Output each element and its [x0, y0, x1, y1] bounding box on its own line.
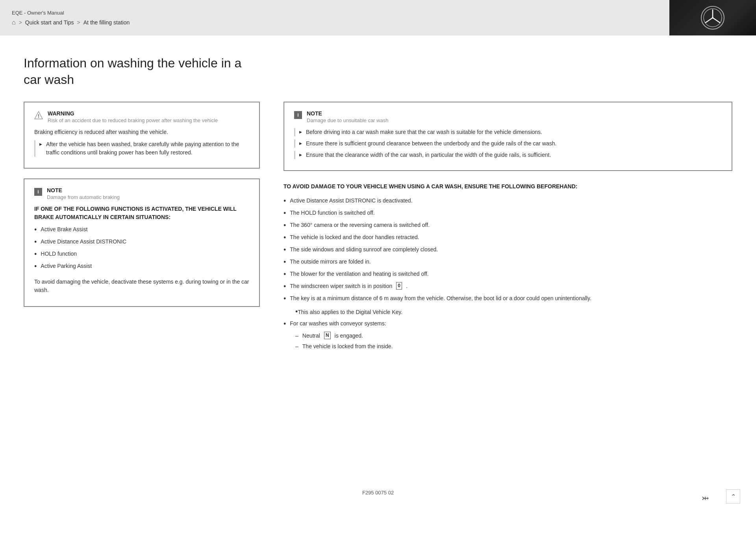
list-item: The blower for the ventilation and heati… — [284, 270, 732, 280]
note-header: i NOTE Damage from automatic braking — [34, 187, 249, 200]
keyboard-symbol: N — [324, 332, 331, 339]
svg-line-2 — [705, 18, 713, 23]
warning-triangle-icon: ! — [34, 111, 43, 120]
page-header: EQE - Owner's Manual ⌂ > Quick start and… — [0, 0, 756, 35]
note-function-list: Active Brake AssistActive Distance Assis… — [34, 225, 249, 272]
note-right-list: Before driving into a car wash make sure… — [294, 128, 722, 159]
page-title: Information on washing the vehicle in a … — [24, 55, 260, 88]
note-box-left: i NOTE Damage from automatic braking IF … — [24, 178, 260, 307]
warning-bullets: After the vehicle has been washed, brake… — [34, 140, 249, 157]
list-item: Ensure that the clearance width of the c… — [294, 151, 722, 159]
avoid-section: TO AVOID DAMAGE TO YOUR VEHICLE WHEN USI… — [284, 183, 732, 351]
breadcrumb: ⌂ > Quick start and Tips > At the fillin… — [12, 19, 658, 26]
breadcrumb-sep-1: > — [19, 19, 22, 26]
note-icon: i — [34, 188, 42, 196]
note-header-text: NOTE Damage from automatic braking — [47, 187, 120, 200]
bookmark-icon[interactable]: ⤔ — [702, 493, 709, 503]
list-item: The HOLD function is switched off. — [284, 209, 732, 219]
note-subtitle: Damage from automatic braking — [47, 194, 120, 200]
list-item: Neutral N is engaged. — [284, 332, 732, 340]
breadcrumb-item-1[interactable]: Quick start and Tips — [25, 19, 74, 26]
note-right-icon: i — [294, 111, 302, 119]
list-item: For car washes with conveyor systems: — [284, 320, 732, 329]
list-item: Active Parking Assist — [34, 262, 249, 272]
page-footer: F295 0075 02 ⤔ — [24, 466, 732, 511]
svg-line-3 — [713, 18, 720, 23]
list-item: The 360° camera or the reversing camera … — [284, 221, 732, 231]
warning-box: ! WARNING Risk of an accident due to red… — [24, 102, 260, 169]
warning-header: ! WARNING Risk of an accident due to red… — [34, 110, 249, 123]
left-column: ! WARNING Risk of an accident due to red… — [24, 102, 260, 466]
note-right-subtitle: Damage due to unsuitable car wash — [307, 117, 388, 123]
note-right-header-text: NOTE Damage due to unsuitable car wash — [307, 110, 388, 123]
avoid-heading: TO AVOID DAMAGE TO YOUR VEHICLE WHEN USI… — [284, 183, 732, 191]
breadcrumb-item-2[interactable]: At the filling station — [83, 19, 130, 26]
list-item: Active Distance Assist DISTRONIC — [34, 238, 249, 247]
list-item: The vehicle is locked and the door handl… — [284, 233, 732, 243]
warning-body: Braking efficiency is reduced after wash… — [34, 128, 249, 136]
list-item: The vehicle is locked from the inside. — [284, 342, 732, 351]
list-item: Ensure there is sufficient ground cleara… — [294, 139, 722, 148]
document-title: EQE - Owner's Manual — [12, 10, 658, 16]
scroll-up-button[interactable]: ⌃ — [726, 489, 740, 503]
list-item: HOLD function — [34, 250, 249, 260]
keyboard-symbol: 0 — [396, 282, 402, 290]
logo-area — [669, 0, 756, 35]
list-item: This also applies to the Digital Vehicle… — [284, 307, 732, 317]
list-item: The windscreen wiper switch is in positi… — [284, 282, 732, 292]
list-item: The outside mirrors are folded in. — [284, 258, 732, 268]
list-item: The side windows and sliding sunroof are… — [284, 245, 732, 255]
list-item: Active Brake Assist — [34, 225, 249, 235]
note-bold-text: IF ONE OF THE FOLLOWING FUNCTIONS IS ACT… — [34, 205, 249, 221]
breadcrumb-sep-2: > — [77, 19, 80, 26]
note-box-right: i NOTE Damage due to unsuitable car wash… — [284, 102, 732, 171]
header-content: EQE - Owner's Manual ⌂ > Quick start and… — [0, 0, 669, 35]
svg-text:!: ! — [38, 113, 39, 119]
list-item: The key is at a minimum distance of 6 m … — [284, 294, 732, 304]
mercedes-logo — [701, 6, 724, 30]
note-title: NOTE — [47, 187, 120, 193]
list-item: After the vehicle has been washed, brake… — [34, 140, 249, 157]
two-column-layout: ! WARNING Risk of an accident due to red… — [24, 102, 732, 466]
main-content: Information on washing the vehicle in a … — [0, 35, 756, 535]
list-item: Active Distance Assist DISTRONIC is deac… — [284, 197, 732, 206]
footer-code: F295 0075 02 — [362, 490, 394, 503]
svg-point-4 — [712, 17, 713, 19]
warning-subtitle: Risk of an accident due to reduced braki… — [48, 117, 218, 123]
home-icon[interactable]: ⌂ — [12, 19, 16, 26]
right-column: i NOTE Damage due to unsuitable car wash… — [284, 102, 732, 466]
avoid-list: Active Distance Assist DISTRONIC is deac… — [284, 197, 732, 351]
note-footer-text: To avoid damaging the vehicle, deactivat… — [34, 278, 249, 294]
note-right-title: NOTE — [307, 110, 388, 117]
note-right-header: i NOTE Damage due to unsuitable car wash — [294, 110, 722, 123]
list-item: Before driving into a car wash make sure… — [294, 128, 722, 136]
warning-title: WARNING — [48, 110, 218, 117]
warning-header-text: WARNING Risk of an accident due to reduc… — [48, 110, 218, 123]
